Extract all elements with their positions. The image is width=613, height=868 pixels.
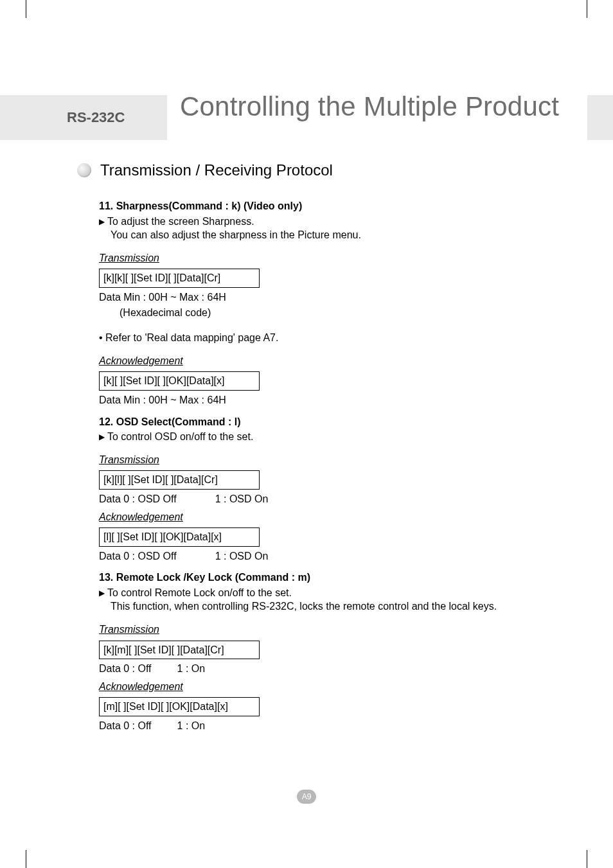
cmd11-tx-data2: (Hexadecimal code): [120, 306, 568, 320]
cmd11-ack-code: [k][ ][Set ID][ ][OK][Data][x]: [99, 371, 260, 391]
cmd12-ack-data-b: 1 : OSD On: [215, 549, 269, 563]
triangle-icon: ▶: [99, 589, 105, 598]
cmd13-ack-code: [m][ ][Set ID][ ][OK][Data][x]: [99, 697, 260, 716]
cmd12-tx-data-a: Data 0 : OSD Off: [99, 492, 177, 506]
cmd12-ack-data: Data 0 : OSD Off 1 : OSD On: [99, 549, 568, 563]
cmd12-ack-label: Acknowledgement: [99, 510, 568, 524]
cmd12-tx-data: Data 0 : OSD Off 1 : OSD On: [99, 492, 568, 506]
cmd11-desc1: ▶To adjust the screen Sharpness.: [99, 215, 568, 229]
cmd13-desc1: ▶To control Remote Lock on/off to the se…: [99, 586, 568, 600]
section-title: Transmission / Receiving Protocol: [100, 161, 333, 179]
cmd13-ack-data: Data 0 : Off 1 : On: [99, 719, 568, 733]
cmd13-title: 13. Remote Lock /Key Lock (Command : m): [99, 571, 568, 585]
cmd13-ack-data-a: Data 0 : Off: [99, 719, 152, 733]
cmd13-tx-data: Data 0 : Off 1 : On: [99, 662, 568, 676]
cmd13-ack-data-b: 1 : On: [177, 719, 206, 733]
cmd13-desc1-text: To control Remote Lock on/off to the set…: [107, 587, 292, 598]
cmd12-title: 12. OSD Select(Command : l): [99, 415, 568, 429]
cmd13-tx-data-a: Data 0 : Off: [99, 662, 152, 676]
cmd11-ack-data: Data Min : 00H ~ Max : 64H: [99, 393, 568, 407]
cmd11-tx-label: Transmission: [99, 251, 568, 265]
cmd13-tx-code: [k][m][ ][Set ID][ ][Data][Cr]: [99, 641, 260, 660]
crop-mark-tl: [26, 0, 44, 18]
cmd12-desc1-text: To control OSD on/off to the set.: [107, 431, 253, 442]
cmd13-tx-data-b: 1 : On: [177, 662, 206, 676]
triangle-icon: ▶: [99, 432, 105, 441]
cmd13-ack-label: Acknowledgement: [99, 680, 568, 694]
header-title: Controlling the Multiple Product: [180, 91, 559, 122]
triangle-icon: ▶: [99, 217, 105, 226]
cmd12-tx-code: [k][l][ ][Set ID][ ][Data][Cr]: [99, 470, 260, 490]
cmd11-tx-code: [k][k][ ][Set ID][ ][Data][Cr]: [99, 269, 260, 288]
header-prefix: RS-232C: [67, 109, 125, 126]
cmd11-ack-label: Acknowledgement: [99, 354, 568, 368]
content: 11. Sharpness(Command : k) (Video only) …: [99, 199, 568, 734]
bullet-icon: [77, 163, 91, 177]
cmd13-tx-label: Transmission: [99, 623, 568, 637]
cmd11-desc2: You can also adjust the sharpness in the…: [111, 228, 568, 242]
cmd12-tx-label: Transmission: [99, 453, 568, 467]
crop-mark-tr: [569, 0, 587, 18]
section-row: Transmission / Receiving Protocol: [77, 161, 333, 179]
cmd12-ack-code: [l][ ][Set ID][ ][OK][Data][x]: [99, 527, 260, 547]
crop-mark-bl: [26, 850, 44, 868]
cmd11-title: 11. Sharpness(Command : k) (Video only): [99, 199, 568, 213]
cmd12-tx-data-b: 1 : OSD On: [215, 492, 269, 506]
cmd11-tx-data1: Data Min : 00H ~ Max : 64H: [99, 290, 568, 305]
crop-mark-br: [569, 850, 587, 868]
cmd12-desc1: ▶To control OSD on/off to the set.: [99, 430, 568, 444]
cmd11-note: • Refer to 'Real data mapping' page A7.: [99, 331, 568, 345]
cmd13-desc2: This function, when controlling RS-232C,…: [111, 599, 568, 614]
page-number-badge: A9: [297, 790, 316, 804]
cmd11-desc1-text: To adjust the screen Sharpness.: [107, 216, 254, 227]
cmd12-ack-data-a: Data 0 : OSD Off: [99, 549, 177, 563]
